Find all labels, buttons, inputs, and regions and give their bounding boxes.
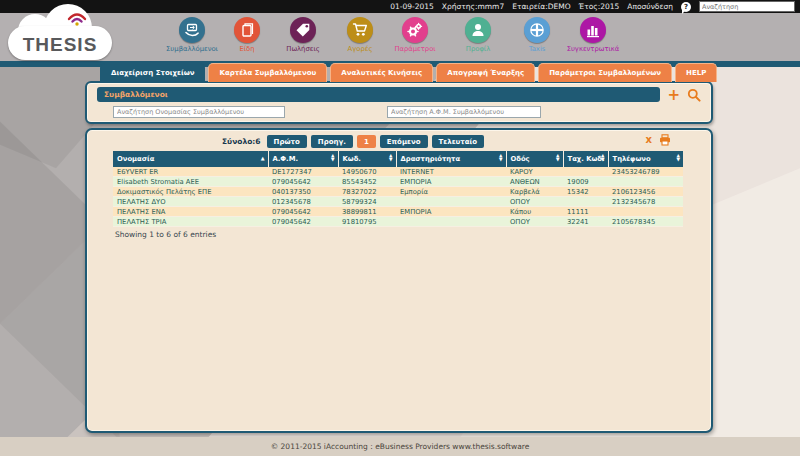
nav-label: Είδη — [215, 45, 279, 53]
nav-label: Συγκεντρωτικά — [561, 45, 625, 53]
sort-icon: ▲▼ — [677, 154, 680, 162]
col-phone[interactable]: Τηλέφωνο▲▼ — [608, 151, 683, 167]
col-zip[interactable]: Ταχ. Κωδ.▲▼ — [563, 151, 608, 167]
sort-icon: ▲▼ — [601, 154, 604, 162]
pager-last-button[interactable]: Τελευταίο — [432, 135, 485, 148]
profile-person-icon — [465, 17, 491, 43]
table-row[interactable]: E6YVERT ERDE1727347 14950670INTERNET ΚΑΡ… — [113, 167, 683, 177]
search-icon[interactable] — [687, 88, 701, 102]
add-contact-icon[interactable]: + — [667, 88, 680, 102]
sales-tag-icon — [290, 17, 316, 43]
pager-next-button[interactable]: Επόμενο — [380, 135, 428, 148]
contacts-grid-panel: Σύνολο:6 Πρώτο Προηγ. 1 Επόμενο Τελευταί… — [85, 128, 713, 433]
nav-reports[interactable]: Συγκεντρωτικά — [561, 17, 625, 53]
table-row[interactable]: Elisabeth Stromatia AEE079045642 8554345… — [113, 177, 683, 187]
panel-title: Συμβαλλόμενοι — [97, 87, 660, 102]
pager-page-1-button[interactable]: 1 — [357, 135, 376, 148]
tab-bar: Διαχείριση Στοιχείων Καρτέλα Συμβαλλόμεν… — [100, 63, 717, 82]
reports-chart-icon — [580, 17, 606, 43]
nav-label: Taxis — [505, 45, 569, 53]
tab-contact-card[interactable]: Καρτέλα Συμβαλλόμενου — [208, 63, 327, 82]
nav-label: Προφίλ — [446, 45, 510, 53]
current-date: 01-09-2015 — [390, 2, 434, 11]
app-window: 01-09-2015 Χρήστης:mmm7 Εταιρεία:DEMO Έτ… — [0, 0, 800, 456]
table-row[interactable]: ΠΕΛΑΤΗΣ ΕΝΑ079045642 38899811ΕΜΠΟΡΙΑ Κάπ… — [113, 207, 683, 217]
contact-vat-search-input[interactable] — [387, 106, 541, 118]
sort-asc-icon: ▲ — [261, 156, 265, 161]
global-search-input[interactable] — [699, 1, 795, 12]
total-count-label: Σύνολο:6 — [222, 137, 261, 146]
contact-name-search-input[interactable] — [113, 106, 285, 118]
top-status-bar: 01-09-2015 Χρήστης:mmm7 Εταιρεία:DEMO Έτ… — [0, 0, 800, 13]
table-header: Ονομασία▲ Α.Φ.Μ.▲▼ Κωδ.▲▼ Δραστηριότητα▲… — [113, 151, 683, 167]
col-street[interactable]: Οδός▲▼ — [506, 151, 563, 167]
print-icon[interactable] — [659, 134, 671, 146]
excel-export-icon[interactable]: x — [646, 135, 652, 145]
sort-icon: ▲▼ — [499, 154, 502, 162]
tab-help[interactable]: HELP — [675, 63, 717, 82]
items-icon — [234, 17, 260, 43]
table-row[interactable]: ΠΕΛΑΤΗΣ ΔΥΟ012345678 58799324 ΟΠΟΥ 21323… — [113, 197, 683, 207]
copyright-text: © 2011-2015 iAccounting : eBusiness Prov… — [271, 442, 530, 451]
nav-taxis[interactable]: Taxis — [505, 17, 569, 53]
table-row[interactable]: ΠΕΛΑΤΗΣ ΤΡΙΑ079045642 91810795 ΟΠΟΥ32241… — [113, 217, 683, 227]
tab-data-management[interactable]: Διαχείριση Στοιχείων — [100, 63, 205, 82]
contacts-table: Ονομασία▲ Α.Φ.Μ.▲▼ Κωδ.▲▼ Δραστηριότητα▲… — [113, 151, 683, 227]
logout-link[interactable]: Αποσύνδεση — [627, 2, 673, 11]
tab-contact-parameters[interactable]: Παράμετροι Συμβαλλομένων — [538, 63, 672, 82]
help-bubble-icon[interactable]: ? — [681, 2, 691, 12]
current-user: Χρήστης:mmm7 — [442, 2, 504, 11]
nav-label: Πωλήσεις — [271, 45, 335, 53]
tab-detailed-movements[interactable]: Αναλυτικές Κινήσεις — [330, 63, 433, 82]
entries-summary: Showing 1 to 6 of 6 entries — [115, 230, 216, 239]
current-year: Έτος:2015 — [579, 2, 620, 11]
sort-icon: ▲▼ — [556, 154, 559, 162]
settings-gears-icon — [402, 17, 428, 43]
export-toolbar: x — [646, 134, 671, 146]
col-activity[interactable]: Δραστηριότητα▲▼ — [396, 151, 506, 167]
purchases-cart-icon — [347, 17, 373, 43]
table-row[interactable]: Δοκιμαστικός Πελάτης ΕΠΕ040137350 783270… — [113, 187, 683, 197]
tab-opening-inventory[interactable]: Απογραφή Έναρξης — [436, 63, 535, 82]
nav-parameters[interactable]: Παράμετροι — [383, 17, 447, 53]
nav-items[interactable]: Είδη — [215, 17, 279, 53]
contacts-icon — [179, 17, 205, 43]
footer-bar: © 2011-2015 iAccounting : eBusiness Prov… — [0, 437, 800, 456]
thesis-logo: THESIS — [8, 4, 112, 60]
wifi-icon — [66, 11, 88, 26]
sort-icon: ▲▼ — [389, 154, 392, 162]
col-code[interactable]: Κωδ.▲▼ — [338, 151, 396, 167]
nav-sales[interactable]: Πωλήσεις — [271, 17, 335, 53]
current-company: Εταιρεία:DEMO — [512, 2, 570, 11]
pagination: Σύνολο:6 Πρώτο Προηγ. 1 Επόμενο Τελευταί… — [222, 135, 484, 148]
col-vat[interactable]: Α.Φ.Μ.▲▼ — [268, 151, 338, 167]
logo-text: THESIS — [8, 34, 112, 56]
nav-label: Παράμετροι — [383, 45, 447, 53]
col-name[interactable]: Ονομασία▲ — [113, 151, 268, 167]
pager-previous-button[interactable]: Προηγ. — [311, 135, 353, 148]
nav-profile[interactable]: Προφίλ — [446, 17, 510, 53]
contacts-search-panel: Συμβαλλόμενοι + — [85, 81, 713, 124]
sort-icon: ▲▼ — [331, 154, 334, 162]
taxis-cross-icon — [524, 17, 550, 43]
pager-first-button[interactable]: Πρώτο — [267, 135, 307, 148]
